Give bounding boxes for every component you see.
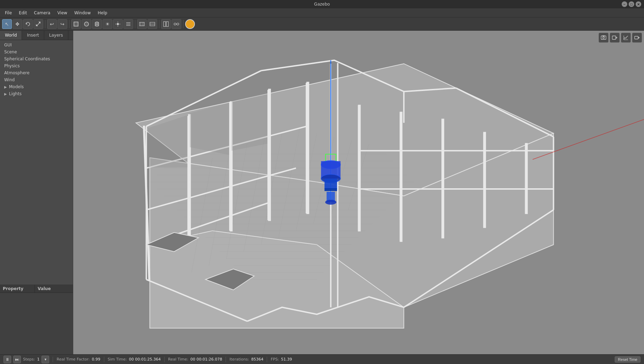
tree-item-gui-label: GUI [4,43,12,47]
svg-rect-87 [441,119,444,238]
tree-item-lights-label: Lights [9,91,22,96]
tree-item-atmosphere[interactable]: Atmosphere [0,69,73,76]
toolbar-separator-4 [159,20,159,28]
property-col-value: Value [35,285,54,293]
close-button[interactable]: ✕ [636,1,641,7]
svg-rect-89 [525,143,528,214]
status-sep-2 [104,357,104,362]
tree-item-physics-label: Physics [4,63,20,68]
toolbar-separator-1 [45,20,45,28]
rtf-label: Real Time Factor: [56,357,90,362]
menu-item-camera[interactable]: Camera [30,9,54,16]
svg-point-98 [325,200,336,205]
svg-rect-86 [400,112,402,242]
tree-item-lights[interactable]: ▶ Lights [0,90,73,97]
fps-value: 51.39 [281,357,292,362]
box-button[interactable] [71,19,81,29]
step-icon: ⏭ [15,357,19,362]
sphere-button[interactable] [82,19,91,29]
plot-button[interactable] [621,33,631,43]
svg-rect-112 [635,36,638,39]
scale-tool-button[interactable] [33,19,43,29]
svg-rect-1 [74,22,78,26]
tree-item-physics[interactable]: Physics [0,62,73,69]
steps-value: 1 [37,357,39,362]
tree-item-scene[interactable]: Scene [0,48,73,55]
undo-button[interactable]: ↩ [47,19,57,29]
cylinder-button[interactable] [92,19,102,29]
align-right-button[interactable] [147,19,157,29]
left-panel: World Insert Layers GUI Scene Spherical … [0,31,73,354]
svg-rect-22 [166,22,168,26]
svg-rect-88 [483,132,486,228]
align-left-button[interactable] [137,19,147,29]
screenshot-button[interactable] [599,33,608,43]
svg-marker-113 [638,37,639,38]
svg-point-7 [95,25,99,26]
tree-item-spherical-coordinates[interactable]: Spherical Coordinates [0,55,73,62]
toolbar: ↖ ✥ ↩ ↪ ☀ [0,17,644,31]
joint-button[interactable] [172,19,181,29]
pause-button[interactable]: ⏸ [3,356,11,363]
iterations-label: Iterations: [229,357,249,362]
sun-button[interactable]: ☀ [103,19,112,29]
select-tool-button[interactable]: ↖ [2,19,12,29]
toolbar-separator-2 [69,20,69,28]
menu-item-help[interactable]: Help [94,9,111,16]
status-sep-5 [267,357,267,362]
video-button[interactable] [632,33,642,43]
svg-point-8 [117,23,119,25]
tree-item-scene-label: Scene [4,50,17,54]
lines-button[interactable] [123,19,133,29]
real-time-value: 00 00:01:26.078 [190,357,222,362]
tree-item-atmosphere-label: Atmosphere [4,70,30,75]
viewport[interactable] [73,31,644,354]
menu-item-edit[interactable]: Edit [15,9,30,16]
tab-insert[interactable]: Insert [22,31,44,40]
steps-dropdown-button[interactable]: ▼ [41,356,49,363]
tree-item-spherical-label: Spherical Coordinates [4,56,50,61]
tree-item-gui[interactable]: GUI [0,41,73,48]
sim-time-label: Sim Time: [108,357,127,362]
menu-item-view[interactable]: View [54,9,70,16]
reset-time-button[interactable]: Reset Time [615,356,641,363]
svg-marker-102 [232,92,267,151]
titlebar: Gazebo − □ ✕ [0,0,644,8]
status-sep-3 [164,357,165,362]
titlebar-buttons[interactable]: − □ ✕ [622,1,641,7]
redo-button[interactable]: ↪ [58,19,67,29]
tree-item-models[interactable]: ▶ Models [0,83,73,90]
tab-world[interactable]: World [0,31,22,40]
models-arrow: ▶ [4,85,7,89]
iterations-value: 85364 [251,357,263,362]
record-button[interactable] [610,33,620,43]
step-button[interactable]: ⏭ [13,356,21,363]
building-svg [73,31,644,354]
tree-panel: GUI Scene Spherical Coordinates Physics … [0,40,73,285]
real-time-label: Real Time: [168,357,188,362]
rotate-tool-button[interactable] [23,19,33,29]
minimize-button[interactable]: − [622,1,627,7]
tree-item-models-label: Models [9,84,24,89]
menu-item-file[interactable]: File [1,9,15,16]
sim-time-value: 00 00:01:25.364 [129,357,161,362]
svg-point-24 [177,23,179,25]
svg-rect-16 [139,22,144,26]
svg-marker-109 [616,37,617,38]
menu-item-window[interactable]: Window [71,9,94,16]
svg-rect-96 [325,188,337,191]
tree-item-wind-label: Wind [4,77,15,82]
snap-button[interactable] [161,19,171,29]
maximize-button[interactable]: □ [629,1,634,7]
tree-item-wind[interactable]: Wind [0,76,73,83]
translate-tool-button[interactable]: ✥ [13,19,22,29]
status-sep-1 [53,357,53,362]
lights-arrow: ▶ [4,92,7,96]
svg-point-106 [603,37,605,39]
point-light-button[interactable] [113,19,123,29]
tab-layers[interactable]: Layers [44,31,68,40]
svg-rect-85 [358,105,361,231]
main-content: World Insert Layers GUI Scene Spherical … [0,31,644,354]
color-picker-button[interactable] [185,19,195,29]
statusbar: ⏸ ⏭ Steps: 1 ▼ Real Time Factor: 0.99 Si… [0,354,644,364]
